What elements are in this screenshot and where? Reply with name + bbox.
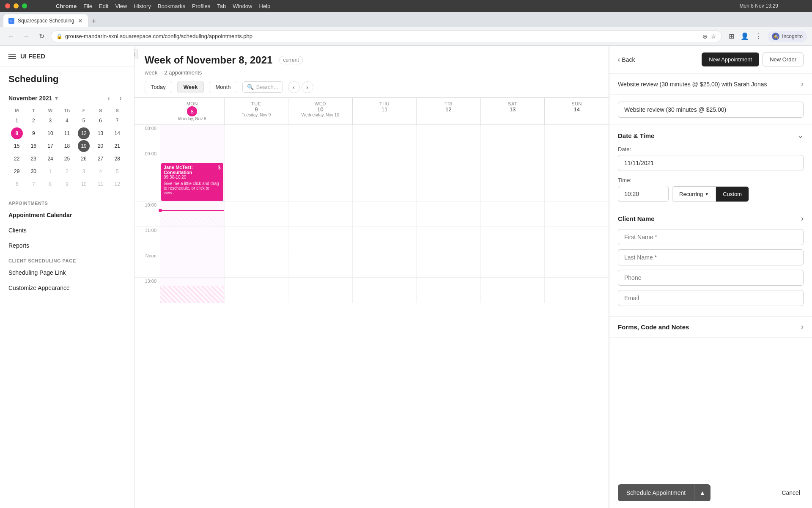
mini-cal-day[interactable]: 3: [44, 115, 56, 127]
cal-cell-wed-1000[interactable]: [288, 202, 352, 226]
mini-cal-day[interactable]: 29: [11, 166, 23, 177]
mini-cal-day[interactable]: 15: [11, 140, 23, 152]
cal-search-box[interactable]: 🔍 Search...: [242, 81, 283, 93]
client-name-section-header[interactable]: Client Name ›: [618, 214, 804, 223]
sidebar-item-scheduling-page-link[interactable]: Scheduling Page Link: [0, 265, 134, 280]
schedule-appointment-button[interactable]: Schedule Appointment: [618, 484, 694, 501]
cal-cell-wed-0800[interactable]: [288, 125, 352, 150]
forms-section-header[interactable]: Forms, Code and Notes ›: [609, 317, 812, 338]
mini-cal-dropdown-icon[interactable]: ▼: [54, 95, 59, 101]
cal-cell-fri-0800[interactable]: [416, 125, 480, 150]
chrome-tab-active[interactable]: S Squarespace Scheduling ✕: [3, 14, 88, 27]
cal-cell-wed-1100[interactable]: [288, 227, 352, 252]
cal-cell-thu-0800[interactable]: [352, 125, 417, 150]
cal-cell-mon-noon[interactable]: [160, 252, 224, 277]
forward-nav-button[interactable]: →: [20, 30, 32, 42]
cal-cell-sun-1000[interactable]: [544, 202, 609, 226]
minimize-dot[interactable]: [14, 3, 19, 8]
cal-cell-sat-1000[interactable]: [480, 202, 545, 226]
mini-cal-day-selected[interactable]: 19: [78, 140, 90, 152]
cal-cell-mon-1100[interactable]: [160, 227, 224, 252]
sidebar-item-clients[interactable]: Clients: [0, 223, 134, 238]
back-button[interactable]: ‹ Back: [618, 56, 635, 64]
mac-profiles-menu[interactable]: Profiles: [192, 3, 210, 9]
cal-cell-tue-noon[interactable]: [224, 252, 288, 277]
cal-cell-fri-noon[interactable]: [416, 252, 480, 277]
new-appointment-button[interactable]: New Appointment: [702, 52, 759, 66]
close-dot[interactable]: [5, 3, 10, 8]
mac-file-menu[interactable]: File: [83, 3, 92, 9]
mini-cal-day[interactable]: 9: [27, 127, 39, 139]
maximize-dot[interactable]: [22, 3, 27, 8]
cal-cell-thu-1300[interactable]: [352, 278, 417, 303]
incognito-button[interactable]: 🕵 Incognito: [768, 31, 807, 42]
date-time-section-header[interactable]: Date & Time ⌄: [618, 131, 804, 140]
mac-view-menu[interactable]: View: [115, 3, 127, 9]
cancel-button[interactable]: Cancel: [778, 484, 804, 501]
mini-cal-day-other[interactable]: 8: [44, 178, 56, 190]
appointment-type-header[interactable]: Website review (30 minutes @ $25.00) wit…: [609, 74, 812, 95]
email-input[interactable]: [618, 290, 804, 306]
cal-cell-sun-0900[interactable]: [544, 150, 609, 201]
mini-cal-day[interactable]: 28: [111, 153, 123, 165]
mini-cal-day[interactable]: 26: [78, 153, 90, 165]
mini-cal-day[interactable]: 2: [27, 115, 39, 127]
cal-cell-tue-1100[interactable]: [224, 227, 288, 252]
new-tab-button[interactable]: +: [88, 15, 100, 27]
cal-cell-sat-1100[interactable]: [480, 227, 545, 252]
tab-close-button[interactable]: ✕: [78, 17, 83, 24]
mini-cal-day[interactable]: 7: [111, 115, 123, 127]
mini-cal-day-other[interactable]: 5: [111, 166, 123, 177]
mini-cal-day-other[interactable]: 10: [78, 178, 90, 190]
cal-cell-tue-1300[interactable]: [224, 278, 288, 303]
mini-cal-next-button[interactable]: ›: [115, 93, 126, 103]
appointment-type-chevron-icon[interactable]: ›: [801, 80, 804, 88]
cal-cell-fri-1000[interactable]: [416, 202, 480, 226]
mini-cal-day[interactable]: 6: [95, 115, 107, 127]
sidebar-item-appointment-calendar[interactable]: Appointment Calendar: [0, 207, 134, 223]
date-input[interactable]: [618, 155, 804, 171]
cal-cell-mon-0800[interactable]: [160, 125, 224, 150]
mini-cal-day-other[interactable]: 3: [78, 166, 90, 177]
cal-cell-sat-noon[interactable]: [480, 252, 545, 277]
extensions-icon[interactable]: ⊞: [725, 30, 737, 42]
recurring-button[interactable]: Recurring ▼: [672, 187, 716, 202]
mini-cal-day-other[interactable]: 6: [11, 178, 23, 190]
time-input[interactable]: [618, 186, 669, 202]
month-view-button[interactable]: Month: [209, 81, 237, 93]
mini-cal-day[interactable]: 22: [11, 153, 23, 165]
cal-prev-week-button[interactable]: ‹: [288, 81, 300, 93]
cal-cell-sun-0800[interactable]: [544, 125, 609, 150]
mac-chrome-label[interactable]: Chrome: [56, 3, 77, 9]
mac-tab-menu[interactable]: Tab: [217, 3, 226, 9]
mac-help-menu[interactable]: Help: [259, 3, 271, 9]
today-button[interactable]: Today: [145, 81, 172, 93]
bookmark-star-icon[interactable]: ☆: [711, 33, 716, 40]
schedule-dropdown-arrow-button[interactable]: ▲: [694, 484, 710, 501]
mac-window-menu[interactable]: Window: [233, 3, 252, 9]
mini-cal-day-selected[interactable]: 12: [78, 127, 90, 139]
profile-icon[interactable]: 👤: [739, 30, 751, 42]
mini-cal-day-other[interactable]: 11: [95, 178, 107, 190]
mini-cal-day-other[interactable]: 2: [61, 166, 73, 177]
cal-next-week-button[interactable]: ›: [302, 81, 313, 93]
more-menu-icon[interactable]: ⋮: [752, 30, 764, 42]
mini-cal-day-other[interactable]: 4: [95, 166, 107, 177]
mini-cal-day[interactable]: 27: [95, 153, 107, 165]
mini-cal-day[interactable]: 30: [27, 166, 39, 177]
reader-icon[interactable]: ⊕: [702, 33, 708, 40]
mini-cal-day[interactable]: 20: [95, 140, 107, 152]
sidebar-item-reports[interactable]: Reports: [0, 238, 134, 253]
cal-cell-sun-1300[interactable]: [544, 278, 609, 303]
cal-cell-sun-1100[interactable]: [544, 227, 609, 252]
cal-cell-fri-1300[interactable]: [416, 278, 480, 303]
service-input[interactable]: [618, 102, 804, 118]
mini-cal-day-today[interactable]: 8: [11, 127, 23, 139]
cal-cell-sat-1300[interactable]: [480, 278, 545, 303]
mini-cal-day[interactable]: 13: [95, 127, 107, 139]
cal-cell-thu-0900[interactable]: [352, 150, 417, 201]
mac-edit-menu[interactable]: Edit: [99, 3, 108, 9]
cal-cell-wed-0900[interactable]: [288, 150, 352, 201]
cal-cell-mon-1000[interactable]: [160, 202, 224, 226]
mini-cal-day[interactable]: 1: [11, 115, 23, 127]
